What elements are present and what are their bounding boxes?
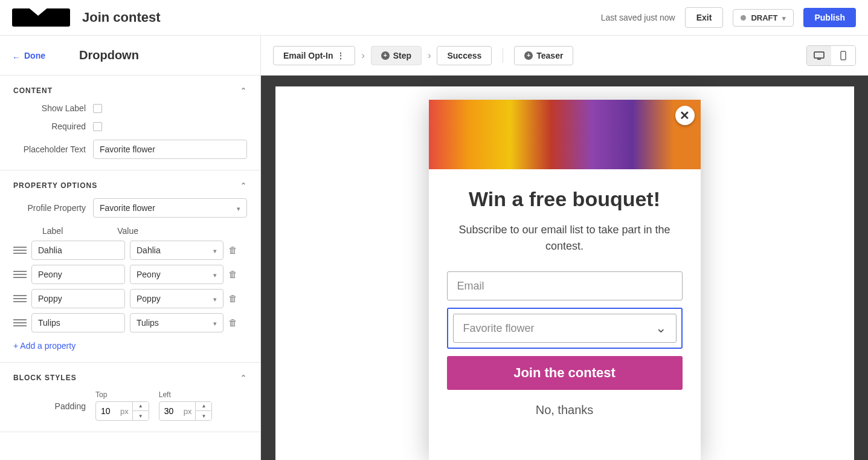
- popup-close-button[interactable]: ✕: [675, 106, 695, 125]
- delete-option-button[interactable]: [228, 293, 239, 304]
- content-header-label: CONTENT: [13, 86, 53, 95]
- chevron-down-icon: [655, 320, 666, 336]
- property-options-header[interactable]: PROPERTY OPTIONS: [13, 181, 247, 190]
- padding-top-label: Top: [95, 390, 149, 399]
- padding-top-stepper-down[interactable]: ▼: [133, 411, 149, 421]
- add-property-link[interactable]: + Add a property: [13, 341, 76, 351]
- profile-property-label: Profile Property: [13, 203, 86, 213]
- padding-left-unit: px: [184, 407, 196, 416]
- preview-stage: ✕ Win a free bouquet! Subscribe to our e…: [275, 86, 854, 460]
- svg-rect-0: [814, 52, 824, 58]
- option-value-text: Tulips: [137, 318, 159, 328]
- plus-circle-icon: +: [524, 51, 533, 60]
- option-row: Peony: [13, 265, 247, 284]
- popup-dropdown-placeholder: Favorite flower: [463, 322, 535, 335]
- toolbar-separator: [503, 48, 503, 63]
- required-checkbox[interactable]: [93, 122, 102, 131]
- padding-top-stepper-up[interactable]: ▲: [133, 401, 149, 411]
- exit-button[interactable]: Exit: [685, 7, 724, 28]
- plus-circle-icon: +: [381, 51, 390, 60]
- property-options-label: PROPERTY OPTIONS: [13, 181, 97, 190]
- option-value-select[interactable]: Tulips: [130, 313, 223, 332]
- drag-handle-icon[interactable]: [13, 295, 27, 302]
- padding-left-input[interactable]: [159, 406, 184, 416]
- page-title: Join contest: [82, 10, 161, 25]
- padding-left-stepper-up[interactable]: ▲: [196, 401, 211, 411]
- mobile-icon: [840, 51, 846, 60]
- padding-left-label: Left: [159, 390, 213, 399]
- padding-label: Padding: [13, 401, 86, 411]
- block-styles-header[interactable]: BLOCK STYLES: [13, 374, 247, 382]
- svg-rect-2: [841, 51, 846, 60]
- delete-option-button[interactable]: [228, 245, 239, 256]
- chevron-down-icon: [782, 13, 786, 22]
- popup-subhead[interactable]: Subscribe to our email list to take part…: [447, 222, 683, 254]
- profile-property-select[interactable]: Favorite flower: [93, 198, 247, 218]
- drag-handle-icon[interactable]: [13, 271, 27, 278]
- chevron-down-icon: [237, 203, 240, 213]
- step-pill[interactable]: + Step: [371, 46, 422, 65]
- option-value-select[interactable]: Peony: [130, 265, 223, 284]
- option-value-select[interactable]: Poppy: [130, 289, 223, 308]
- content-section-header[interactable]: CONTENT: [13, 86, 247, 95]
- status-dot-icon: [741, 15, 746, 21]
- done-back-link[interactable]: Done: [12, 51, 45, 60]
- success-pill[interactable]: Success: [437, 46, 492, 65]
- chevron-up-icon: [240, 374, 247, 382]
- status-dropdown[interactable]: DRAFT: [733, 9, 794, 27]
- option-label-input[interactable]: [31, 241, 125, 260]
- popup-email-placeholder: Email: [457, 280, 484, 293]
- option-row: Dahlia: [13, 241, 247, 260]
- option-label-input[interactable]: [31, 289, 125, 308]
- more-vertical-icon[interactable]: [336, 51, 345, 60]
- email-opt-in-label: Email Opt-In: [283, 51, 333, 60]
- chevron-down-icon: [213, 318, 217, 328]
- option-value-text: Peony: [137, 270, 161, 279]
- block-title: Dropdown: [79, 48, 139, 62]
- popup-headline[interactable]: Win a free bouquet!: [447, 187, 683, 211]
- popup-dropdown-selected[interactable]: Favorite flower: [447, 308, 683, 349]
- required-label: Required: [13, 121, 86, 131]
- desktop-preview-button[interactable]: [807, 46, 831, 65]
- delete-option-button[interactable]: [228, 269, 239, 280]
- teaser-pill[interactable]: + Teaser: [514, 46, 573, 65]
- delete-option-button[interactable]: [228, 317, 239, 328]
- padding-top-unit: px: [120, 407, 132, 416]
- status-label: DRAFT: [751, 13, 777, 22]
- arrow-left-icon: [12, 53, 21, 59]
- options-col-value: Value: [117, 226, 138, 236]
- drag-handle-icon[interactable]: [13, 319, 27, 326]
- last-saved-text: Last saved just now: [601, 13, 675, 22]
- padding-left-stepper-down[interactable]: ▼: [196, 411, 211, 421]
- profile-property-value: Favorite flower: [100, 203, 155, 213]
- option-value-select[interactable]: Dahlia: [130, 241, 223, 260]
- popup-dismiss-link[interactable]: No, thanks: [447, 403, 683, 417]
- mobile-preview-button[interactable]: [831, 46, 855, 65]
- chevron-down-icon: [213, 270, 217, 279]
- option-label-input[interactable]: [31, 265, 125, 284]
- popup-email-input[interactable]: Email: [447, 271, 683, 300]
- chevron-down-icon: [213, 294, 217, 303]
- email-opt-in-pill[interactable]: Email Opt-In: [273, 46, 355, 65]
- show-label-label: Show Label: [13, 103, 86, 113]
- option-row: Poppy: [13, 289, 247, 308]
- done-label: Done: [24, 51, 45, 60]
- placeholder-text-input[interactable]: [93, 140, 247, 159]
- option-row: Tulips: [13, 313, 247, 332]
- drag-handle-icon[interactable]: [13, 247, 27, 254]
- popup-hero-image: [429, 100, 701, 169]
- options-col-label: Label: [42, 226, 63, 236]
- show-label-checkbox[interactable]: [93, 104, 102, 113]
- klaviyo-logo: [12, 8, 70, 27]
- teaser-label: Teaser: [536, 51, 563, 60]
- popup-cta-button[interactable]: Join the contest: [447, 356, 683, 390]
- chevron-up-icon: [240, 181, 247, 190]
- chevron-down-icon: [213, 245, 217, 255]
- option-value-text: Dahlia: [137, 245, 161, 255]
- publish-button[interactable]: Publish: [803, 8, 856, 27]
- chevron-right-icon: [428, 50, 431, 61]
- padding-top-input[interactable]: [96, 406, 120, 416]
- placeholder-text-label: Placeholder Text: [13, 144, 86, 154]
- option-label-input[interactable]: [31, 313, 125, 332]
- option-value-text: Poppy: [137, 294, 161, 303]
